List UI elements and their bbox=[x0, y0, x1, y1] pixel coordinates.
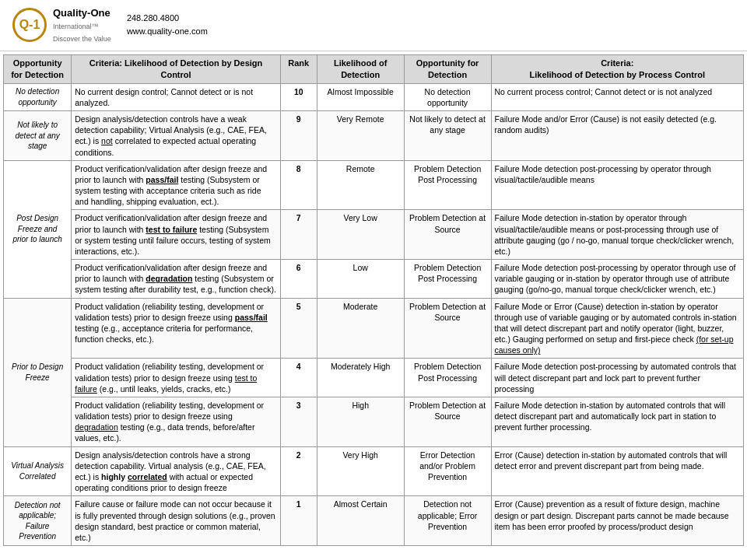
header-criteria-process: Criteria:Likelihood of Detection by Proc… bbox=[491, 54, 743, 83]
likelihood-cell: Very High bbox=[317, 446, 404, 496]
criteria-design-cell: Product validation (reliability testing,… bbox=[72, 359, 281, 397]
opp-cell: No detection opportunity bbox=[4, 83, 72, 110]
likelihood-cell: High bbox=[317, 397, 404, 446]
header-opp: Opportunityfor Detection bbox=[4, 54, 72, 83]
header-criteria-design: Criteria: Likelihood of Detection by Des… bbox=[72, 54, 281, 83]
criteria-process-cell: Failure Mode detection post-processing b… bbox=[491, 359, 743, 397]
table-row: Not likely to detect at any stageDesign … bbox=[4, 111, 744, 161]
likelihood-cell: Moderate bbox=[317, 298, 404, 359]
likelihood-cell: Moderately High bbox=[317, 359, 404, 397]
criteria-process-cell: Failure Mode or Error (Cause) detection … bbox=[491, 298, 743, 359]
likelihood-cell: Remote bbox=[317, 160, 404, 210]
table-row: Virtual AnalysisCorrelatedDesign analysi… bbox=[4, 446, 744, 496]
likelihood-cell: Very Low bbox=[317, 210, 404, 260]
rank-cell: 1 bbox=[280, 496, 317, 546]
table-header-row: Opportunityfor Detection Criteria: Likel… bbox=[4, 54, 744, 83]
logo-q: Q-1 bbox=[19, 18, 40, 32]
table-row: No detection opportunityNo current desig… bbox=[4, 83, 744, 110]
table-row: Prior to DesignFreezeProduct validation … bbox=[4, 298, 744, 359]
opp-det-cell: Detection not applicable; Error Preventi… bbox=[404, 496, 491, 546]
criteria-design-cell: Design analysis/detection controls have … bbox=[72, 446, 281, 496]
rank-cell: 4 bbox=[280, 359, 317, 397]
page-header: Q-1 Quality-One International™Discover t… bbox=[0, 0, 747, 51]
criteria-design-cell: Product verification/validation after de… bbox=[72, 210, 281, 260]
criteria-process-cell: Failure Mode detection in-station by aut… bbox=[491, 397, 743, 446]
opp-det-cell: Problem Detection Post Processing bbox=[404, 160, 491, 210]
rank-cell: 5 bbox=[280, 298, 317, 359]
likelihood-cell: Almost Impossible bbox=[317, 83, 404, 110]
criteria-process-cell: No current process control; Cannot detec… bbox=[491, 83, 743, 110]
criteria-design-cell: Failure cause or failure mode can not oc… bbox=[72, 496, 281, 546]
opp-det-cell: Problem Detection Post Processing bbox=[404, 260, 491, 299]
header-likelihood: Likelihood ofDetection bbox=[317, 54, 404, 83]
criteria-process-cell: Error (Cause) detection in-station by au… bbox=[491, 446, 743, 496]
likelihood-cell: Very Remote bbox=[317, 111, 404, 161]
opp-cell: Virtual AnalysisCorrelated bbox=[4, 446, 72, 496]
header-opp-det: Opportunity forDetection bbox=[404, 54, 491, 83]
company-name: Quality-One International™Discover the V… bbox=[53, 6, 111, 44]
opp-cell: Detection notapplicable;FailurePreventio… bbox=[4, 496, 72, 546]
rank-cell: 2 bbox=[280, 446, 317, 496]
rank-cell: 10 bbox=[280, 83, 317, 110]
header-rank: Rank bbox=[280, 54, 317, 83]
rank-cell: 9 bbox=[280, 111, 317, 161]
criteria-design-cell: Product validation (reliability testing,… bbox=[72, 298, 281, 359]
opp-cell: Not likely to detect at any stage bbox=[4, 111, 72, 161]
criteria-design-cell: Product verification/validation after de… bbox=[72, 260, 281, 299]
criteria-process-cell: Error (Cause) prevention as a result of … bbox=[491, 496, 743, 546]
criteria-process-cell: Failure Mode and/or Error (Cause) is not… bbox=[491, 111, 743, 161]
rank-cell: 3 bbox=[280, 397, 317, 446]
table-row: Detection notapplicable;FailurePreventio… bbox=[4, 496, 744, 546]
rank-cell: 8 bbox=[280, 160, 317, 210]
criteria-process-cell: Failure Mode detection post-processing b… bbox=[491, 160, 743, 210]
criteria-process-cell: Failure Mode detection post-processing b… bbox=[491, 260, 743, 299]
tagline: International™Discover the Value bbox=[53, 23, 111, 42]
opp-cell: Prior to DesignFreeze bbox=[4, 298, 72, 446]
opp-det-cell: Problem Detection at Source bbox=[404, 397, 491, 446]
company-name-text: Quality-One bbox=[53, 7, 110, 19]
table-body: No detection opportunityNo current desig… bbox=[4, 83, 744, 545]
opp-det-cell: Problem Detection at Source bbox=[404, 298, 491, 359]
likelihood-cell: Low bbox=[317, 260, 404, 299]
logo-circle: Q-1 bbox=[12, 8, 47, 42]
criteria-design-cell: No current design control; Cannot detect… bbox=[72, 83, 281, 110]
website: www.quality-one.com bbox=[127, 25, 208, 39]
opp-det-cell: Problem Detection at Source bbox=[404, 210, 491, 260]
likelihood-cell: Almost Certain bbox=[317, 496, 404, 546]
criteria-design-cell: Product verification/validation after de… bbox=[72, 160, 281, 210]
criteria-design-cell: Product validation (reliability testing,… bbox=[72, 397, 281, 446]
opp-det-cell: Problem Detection Post Processing bbox=[404, 359, 491, 397]
opp-cell: Post DesignFreeze andprior to launch bbox=[4, 160, 72, 298]
contact-info: 248.280.4800 www.quality-one.com bbox=[127, 12, 208, 39]
main-table-container: Opportunityfor Detection Criteria: Likel… bbox=[0, 51, 747, 549]
opp-det-cell: No detection opportunity bbox=[404, 83, 491, 110]
criteria-design-cell: Design analysis/detection controls have … bbox=[72, 111, 281, 161]
detection-table: Opportunityfor Detection Criteria: Likel… bbox=[3, 54, 744, 546]
table-row: Product validation (reliability testing,… bbox=[4, 359, 744, 397]
rank-cell: 7 bbox=[280, 210, 317, 260]
table-row: Post DesignFreeze andprior to launchProd… bbox=[4, 160, 744, 210]
opp-det-cell: Error Detection and/or Problem Preventio… bbox=[404, 446, 491, 496]
table-row: Product validation (reliability testing,… bbox=[4, 397, 744, 446]
table-row: Product verification/validation after de… bbox=[4, 210, 744, 260]
criteria-process-cell: Failure Mode detection in-station by ope… bbox=[491, 210, 743, 260]
opp-det-cell: Not likely to detect at any stage bbox=[404, 111, 491, 161]
rank-cell: 6 bbox=[280, 260, 317, 299]
phone: 248.280.4800 bbox=[127, 12, 208, 26]
table-row: Product verification/validation after de… bbox=[4, 260, 744, 299]
